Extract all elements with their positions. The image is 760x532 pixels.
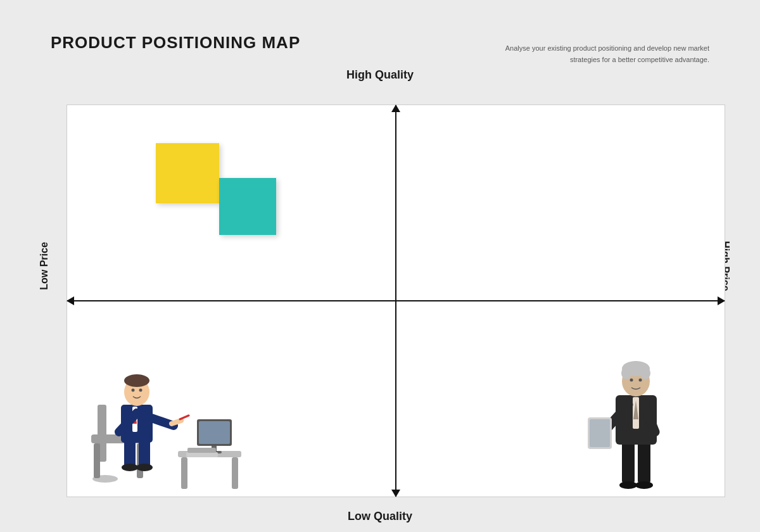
sticky-note-yellow[interactable] xyxy=(156,143,219,203)
svg-point-31 xyxy=(619,481,637,489)
svg-point-14 xyxy=(132,389,135,392)
axis-label-high-quality: High Quality xyxy=(346,68,414,82)
svg-point-32 xyxy=(635,481,653,489)
svg-point-15 xyxy=(139,389,142,392)
svg-rect-28 xyxy=(187,448,216,453)
subtitle: Analyse your existing product positionin… xyxy=(505,43,709,65)
page-title: PRODUCT POSITIONING MAP xyxy=(51,33,300,53)
chart-area xyxy=(66,104,725,497)
person-standing-illustration xyxy=(579,313,693,497)
svg-rect-6 xyxy=(124,438,136,467)
svg-rect-30 xyxy=(638,440,650,484)
svg-rect-22 xyxy=(232,457,238,489)
svg-line-17 xyxy=(172,421,181,424)
svg-point-43 xyxy=(621,367,631,379)
svg-point-44 xyxy=(640,367,650,379)
svg-rect-29 xyxy=(622,440,635,484)
svg-point-8 xyxy=(122,464,138,471)
horizontal-axis xyxy=(67,300,725,301)
svg-point-45 xyxy=(630,379,633,382)
svg-rect-21 xyxy=(181,457,187,489)
svg-line-18 xyxy=(180,415,189,419)
svg-point-4 xyxy=(92,475,118,483)
svg-rect-7 xyxy=(139,438,150,467)
svg-point-9 xyxy=(136,464,153,471)
person-sitting-illustration xyxy=(80,313,244,497)
axis-label-low-quality: Low Quality xyxy=(348,510,412,523)
svg-rect-39 xyxy=(590,419,610,447)
svg-rect-2 xyxy=(94,443,100,478)
sticky-note-teal[interactable] xyxy=(219,178,276,235)
svg-point-46 xyxy=(639,379,642,382)
svg-point-13 xyxy=(124,374,149,387)
svg-rect-24 xyxy=(199,421,230,444)
axis-label-low-price: Low Price xyxy=(39,242,50,290)
svg-rect-27 xyxy=(186,452,218,457)
